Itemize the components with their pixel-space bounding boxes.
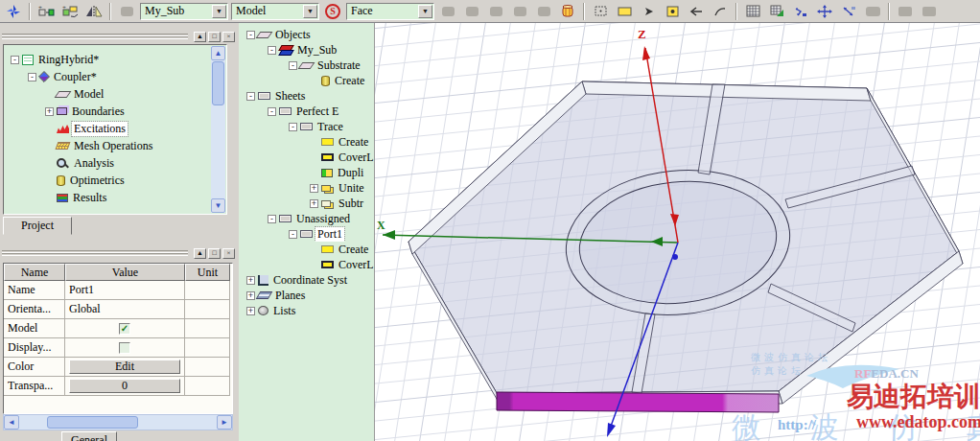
tree-item-trace[interactable]: -Trace: [239, 119, 374, 134]
object-combo[interactable]: My_Sub ▼: [140, 3, 228, 20]
indent: [241, 142, 310, 143]
chevron-down-icon[interactable]: ▼: [212, 5, 226, 18]
wave-port[interactable]: [497, 392, 779, 412]
chevron-down-icon[interactable]: ▼: [418, 5, 432, 18]
project-tree-scrollbar[interactable]: ▲ ▼: [211, 46, 225, 213]
mirror-icon[interactable]: [83, 2, 105, 21]
select-region-icon[interactable]: [590, 2, 611, 21]
scroll-right-icon[interactable]: ►: [217, 415, 232, 429]
0-button[interactable]: 0: [69, 379, 180, 393]
collapse-icon[interactable]: -: [289, 123, 297, 131]
tree-item-analysis[interactable]: Analysis: [5, 154, 211, 172]
tree-item-dupli[interactable]: Dupli: [239, 165, 374, 180]
scroll-thumb[interactable]: [47, 416, 138, 429]
modeler-viewport[interactable]: X Z 微波仿真论坛 仿真论坛 微 波 仿 真 http:// RFEDA.CN…: [374, 23, 980, 441]
collapse-icon[interactable]: -: [289, 230, 297, 239]
tree-item-unassigned[interactable]: -Unassigned: [239, 211, 374, 226]
expand-icon[interactable]: +: [246, 291, 255, 300]
duplicate-boundary-icon[interactable]: +: [35, 2, 57, 21]
maximize-icon[interactable]: □: [208, 248, 221, 259]
expand-icon[interactable]: +: [45, 107, 54, 116]
chevron-down-icon[interactable]: ▼: [303, 5, 317, 18]
properties-hscrollbar[interactable]: ◄ ►: [3, 414, 233, 430]
app-logo-icon[interactable]: [3, 2, 24, 21]
tree-item-coupler[interactable]: -Coupler*: [5, 68, 211, 85]
tab-project[interactable]: Project: [3, 217, 72, 235]
tree-item-model[interactable]: Model: [5, 85, 211, 103]
tree-item-ringhybrid[interactable]: -RingHybrid*: [5, 51, 211, 68]
3d-scene[interactable]: X Z 微波仿真论坛 仿真论坛 微 波 仿 真 http:// RFEDA.CN…: [375, 23, 980, 441]
tree-item-lists[interactable]: +Lists: [239, 303, 374, 318]
z-axis-label: Z: [638, 27, 646, 41]
close-icon[interactable]: ×: [222, 248, 235, 259]
collapse-icon[interactable]: -: [28, 73, 36, 81]
selection-s-icon[interactable]: S: [322, 2, 343, 21]
arc-icon[interactable]: [710, 2, 731, 21]
tree-item-coverl[interactable]: CoverL: [239, 150, 374, 165]
tree-item-create[interactable]: Create: [239, 242, 374, 257]
pin-up-icon[interactable]: ▲: [194, 32, 206, 42]
tree-item-create[interactable]: Create: [239, 73, 374, 88]
tree-item-excitations[interactable]: Excitations: [5, 120, 211, 137]
drag-grip[interactable]: [2, 250, 188, 256]
tree-item-substrate[interactable]: -Substrate: [239, 58, 374, 73]
checkbox-checked[interactable]: ✓: [119, 323, 130, 335]
collapse-icon[interactable]: -: [11, 56, 19, 64]
collapse-icon[interactable]: -: [268, 107, 276, 116]
tree-item-optimetrics[interactable]: Optimetrics: [5, 172, 211, 189]
move-xy-icon[interactable]: [790, 2, 811, 21]
expand-icon[interactable]: +: [310, 184, 318, 193]
project-panel-titlebar[interactable]: ▲ □ ×: [2, 31, 235, 42]
collapse-icon[interactable]: -: [289, 61, 297, 70]
tree-item-my-sub[interactable]: -My_Sub: [239, 42, 374, 58]
tree-item-sheets[interactable]: -Sheets: [239, 88, 374, 104]
tree-label: Planes: [273, 289, 307, 303]
tree-item-boundaries[interactable]: +Boundaries: [5, 103, 211, 120]
checkbox-unchecked[interactable]: [119, 342, 130, 354]
expand-icon[interactable]: +: [310, 199, 318, 208]
tree-item-planes[interactable]: +Planes: [239, 288, 374, 303]
draw-rect-icon[interactable]: [614, 2, 635, 21]
tree-label: Unassigned: [294, 212, 352, 226]
maximize-icon[interactable]: □: [208, 32, 221, 42]
back-arrow-icon[interactable]: [686, 2, 707, 21]
collapse-icon[interactable]: -: [246, 31, 255, 39]
properties-panel-titlebar[interactable]: ▲ □ ×: [2, 247, 235, 259]
tree-item-coverl[interactable]: CoverL: [239, 257, 374, 272]
edit-button[interactable]: Edit: [69, 360, 180, 374]
tab-general[interactable]: General: [61, 431, 117, 441]
grid-settings-icon[interactable]: [742, 2, 763, 21]
tree-item-mesh-operations[interactable]: Mesh Operations: [5, 137, 211, 154]
collapse-icon[interactable]: -: [246, 92, 255, 101]
scroll-up-icon[interactable]: ▲: [211, 46, 225, 60]
expand-icon[interactable]: +: [246, 307, 255, 315]
pin-up-icon[interactable]: ▲: [194, 248, 206, 259]
tree-item-coordinate-syst[interactable]: +Coordinate Syst: [239, 272, 374, 288]
scroll-down-icon[interactable]: ▼: [211, 198, 225, 213]
scroll-left-icon[interactable]: ◄: [4, 415, 19, 429]
tree-item-create[interactable]: Create: [239, 134, 374, 150]
fill-grid-icon[interactable]: [766, 2, 787, 21]
duplicate-mesh-icon[interactable]: +: [59, 2, 81, 21]
drag-grip[interactable]: [2, 34, 188, 39]
select-entity-combo[interactable]: Face ▼: [346, 3, 434, 20]
tree-item-objects[interactable]: -Objects: [239, 27, 374, 42]
close-icon[interactable]: ×: [222, 32, 235, 42]
scroll-thumb[interactable]: [212, 61, 224, 105]
move-all-icon[interactable]: [814, 2, 835, 21]
tree-item-port1[interactable]: -Port1: [239, 226, 374, 242]
analysis-icon: [57, 158, 69, 169]
tree-item-unite[interactable]: +Unite: [239, 180, 374, 196]
point-select-icon[interactable]: [662, 2, 683, 21]
view-mode-combo[interactable]: Model ▼: [231, 3, 319, 20]
move-z-icon[interactable]: [838, 2, 859, 21]
material-barrel-icon[interactable]: [557, 2, 578, 21]
tree-item-perfect-e[interactable]: -Perfect E: [239, 104, 374, 119]
select-arrow-icon[interactable]: [638, 2, 659, 21]
collapse-icon[interactable]: -: [268, 215, 276, 223]
tree-item-results[interactable]: Results: [5, 189, 211, 206]
prop-unit: [185, 319, 230, 338]
expand-icon[interactable]: +: [246, 276, 255, 285]
tree-item-subtr[interactable]: +Subtr: [239, 196, 374, 211]
collapse-icon[interactable]: -: [268, 46, 276, 55]
